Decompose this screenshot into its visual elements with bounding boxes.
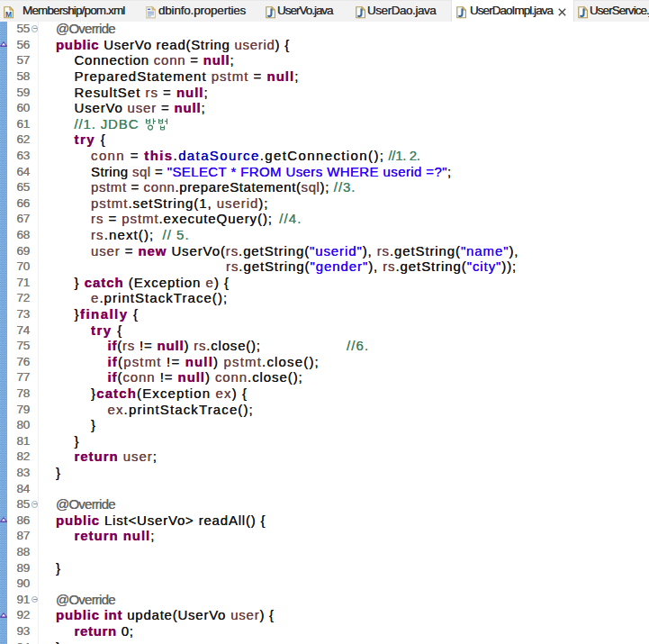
svg-text:M: M <box>5 10 12 19</box>
